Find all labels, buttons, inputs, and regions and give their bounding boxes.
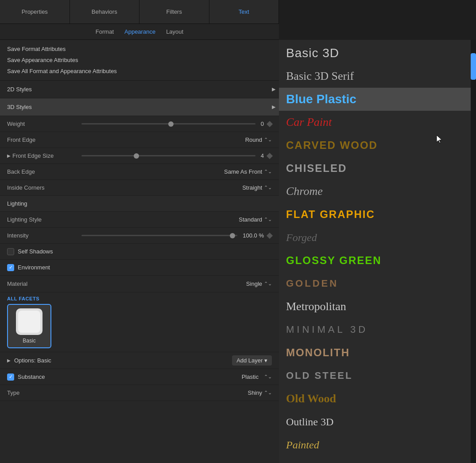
back-edge-stepper[interactable]: ⌃⌄ [264,169,272,175]
style-item-label-outline-3d: Outline 3D [286,416,333,428]
facet-preview [16,308,43,335]
lighting-style-label: Lighting Style [7,216,78,223]
tab-properties[interactable]: Properties [0,0,70,23]
menu-save-format[interactable]: Save Format Attributes [0,43,279,54]
front-edge-size-slider[interactable] [81,155,255,156]
style-item-carved-wood[interactable]: CARVED WOOD [279,134,476,157]
style-item-forged[interactable]: Forged [279,226,476,249]
sub-tabs: Format Appearance Layout [0,24,279,40]
material-value: Single [246,280,262,287]
style-item-label-car-paint: Car Paint [286,116,332,129]
self-shadows-row: Self Shadows [0,244,279,260]
type-row: Type Shiny ⌃⌄ [0,385,279,401]
expand-arrow[interactable]: ▶ [7,153,11,158]
style-item-label-blue-plastic: Blue Plastic [286,92,356,106]
facet-item[interactable]: Basic [7,304,51,348]
self-shadows-label: Self Shadows [18,248,53,255]
sub-tab-layout[interactable]: Layout [166,28,183,35]
facet-preview-inner [18,311,40,333]
style-item-rough-stone[interactable]: Rough Stone [279,456,476,463]
inside-corners-row: Inside Corners Straight ⌃⌄ [0,180,279,196]
tab-filters[interactable]: Filters [139,0,209,23]
front-edge-stepper[interactable]: ⌃⌄ [264,137,272,143]
style-item-label-glossy-green: GLOSSY GREEN [286,254,382,267]
sub-tab-appearance[interactable]: Appearance [124,28,155,35]
back-edge-value: Same As Front [224,168,262,175]
style-item-car-paint[interactable]: Car Paint [279,111,476,134]
intensity-slider[interactable] [81,235,237,236]
sub-tab-format[interactable]: Format [96,28,114,35]
environment-label: Environment [18,264,50,271]
style-item-label-metropolitan: Metropolitan [286,300,346,313]
type-label: Type [7,389,78,396]
style-item-label-monolith: MONOLITH [286,346,350,359]
material-row: Material Single ⌃⌄ [0,276,279,292]
style-item-metropolitan[interactable]: Metropolitan [279,295,476,318]
style-item-label-rough-stone: Rough Stone [286,461,349,463]
environment-checkbox[interactable] [7,264,14,271]
style-item-painted[interactable]: Painted [279,433,476,456]
material-value-area: Single ⌃⌄ [78,280,272,287]
intensity-keyframe[interactable] [267,232,273,238]
style-item-outline-3d[interactable]: Outline 3D [279,410,476,433]
style-item-basic-3d-serif[interactable]: Basic 3D Serif [279,65,476,88]
3d-styles-row[interactable]: 3D Styles ▶ [0,98,279,116]
intensity-value-area: 100.0 % [78,232,272,239]
lighting-header-text: Lighting [7,200,27,207]
self-shadows-checkbox[interactable] [7,248,14,255]
style-item-blue-plastic[interactable]: Blue Plastic [279,88,476,111]
style-item-flat-graphic[interactable]: FLAT GRAPHIC [279,203,476,226]
material-stepper[interactable]: ⌃⌄ [264,281,272,287]
substance-stepper[interactable]: ⌃⌄ [264,374,272,380]
style-item-label-chrome: Chrome [286,185,323,198]
style-item-old-steel[interactable]: OLD STEEL [279,364,476,387]
scrollbar-thumb[interactable] [471,53,476,80]
back-edge-row: Back Edge Same As Front ⌃⌄ [0,164,279,180]
add-layer-button[interactable]: Add Layer ▾ [232,355,272,366]
lighting-style-value-area: Standard ⌃⌄ [78,216,272,223]
right-edge-bar [471,40,476,463]
style-item-golden[interactable]: GOLDEN [279,272,476,295]
front-edge-size-label: ▶ Front Edge Size [7,152,78,159]
style-item-label-old-wood: Old Wood [286,392,336,405]
3d-styles-arrow: ▶ [272,104,275,110]
left-panel: Save Format Attributes Save Appearance A… [0,40,279,463]
weight-keyframe[interactable] [267,121,273,127]
lighting-style-stepper[interactable]: ⌃⌄ [264,217,272,222]
inside-corners-label: Inside Corners [7,184,78,191]
substance-checkbox[interactable] [7,374,14,381]
front-edge-size-value: 4 [261,152,264,159]
lighting-style-row: Lighting Style Standard ⌃⌄ [0,212,279,228]
front-edge-size-keyframe[interactable] [267,152,273,159]
front-edge-value-area: Round ⌃⌄ [78,136,272,143]
inside-corners-value-area: Straight ⌃⌄ [78,184,272,191]
back-edge-label: Back Edge [7,168,78,175]
menu-save-appearance[interactable]: Save Appearance Attributes [0,54,279,66]
2d-styles-row[interactable]: 2D Styles ▶ [0,81,279,98]
weight-label: Weight [7,121,78,127]
intensity-value: 100.0 % [243,232,264,239]
style-item-chrome[interactable]: Chrome [279,180,476,203]
style-item-glossy-green[interactable]: GLOSSY GREEN [279,249,476,272]
style-item-chiseled[interactable]: CHISELED [279,157,476,180]
intensity-label: Intensity [7,232,78,239]
substance-row: Substance Plastic ⌃⌄ [0,369,279,385]
inside-corners-stepper[interactable]: ⌃⌄ [264,185,272,191]
type-stepper[interactable]: ⌃⌄ [264,390,272,396]
tab-behaviors[interactable]: Behaviors [70,0,140,23]
front-edge-size-value-area: 4 [78,152,272,159]
weight-value: 0 [261,121,264,127]
back-edge-value-area: Same As Front ⌃⌄ [78,168,272,175]
right-panel: Basic 3DBasic 3D SerifBlue PlasticCar Pa… [279,40,476,463]
style-item-label-old-steel: OLD STEEL [286,370,352,381]
inside-corners-value: Straight [242,184,262,191]
options-expand-arrow[interactable]: ▶ [7,358,11,363]
style-item-old-wood[interactable]: Old Wood [279,387,476,410]
style-item-monolith[interactable]: MONOLITH [279,341,476,364]
style-item-minimal-3d[interactable]: MINIMAL 3D [279,318,476,341]
style-item-basic-3d[interactable]: Basic 3D [279,42,476,65]
weight-slider[interactable] [81,123,255,125]
styles-list: Basic 3DBasic 3D SerifBlue PlasticCar Pa… [279,40,476,463]
tab-text[interactable]: Text [209,0,279,23]
menu-save-all[interactable]: Save All Format and Appearance Attribute… [0,66,279,77]
